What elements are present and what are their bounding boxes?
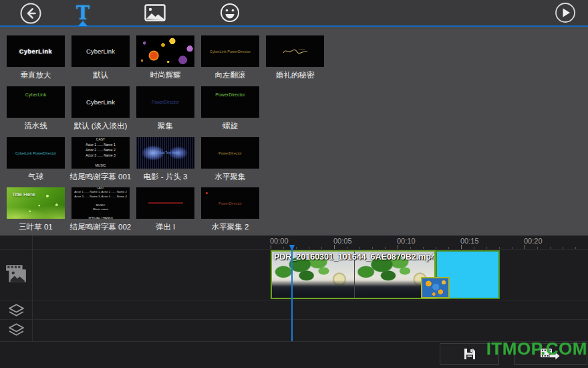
- produce-video-icon: [540, 346, 561, 362]
- template-thumbnail: [266, 35, 324, 67]
- tab-media[interactable]: [135, 0, 175, 25]
- template-thumbnail: PowerDirector: [136, 86, 194, 118]
- track-divider: [0, 300, 588, 300]
- template-label: 时尚辉耀: [150, 70, 181, 80]
- faint-red-text: [148, 202, 183, 205]
- layers-icon: [7, 323, 25, 337]
- tab-sticker[interactable]: [210, 0, 250, 25]
- template-label: 默认: [93, 70, 108, 80]
- template-thumbnail: CyberLink: [7, 35, 65, 67]
- smiley-icon: [220, 3, 240, 23]
- template-item[interactable]: CyberLink垂直放大: [7, 35, 65, 67]
- template-label: 水平聚集: [215, 172, 246, 182]
- thumbnail-text: CyberLink: [19, 48, 52, 55]
- template-item[interactable]: CyberLink PowerDirector向左翻滚: [201, 35, 259, 67]
- clip-thumbnail-overlay: [421, 277, 450, 298]
- thumbnail-text: Title Here: [12, 191, 35, 197]
- video-clip[interactable]: PDR_20160301_101644_6AE0879B2.mp4: [271, 250, 436, 299]
- thumbnail-text: PowerDirector: [218, 201, 242, 205]
- template-label: 默认 (淡入淡出): [74, 121, 128, 131]
- template-label: 结尾鸣谢字幕 002: [70, 222, 131, 232]
- photo-icon: [144, 4, 166, 21]
- template-label: 婚礼的秘密: [276, 70, 315, 80]
- template-label: 垂直放大: [21, 70, 51, 80]
- template-item[interactable]: PowerDirector水平聚集 2: [201, 187, 259, 219]
- save-floppy-icon: [462, 347, 477, 361]
- ruler-label: 00:20: [524, 237, 543, 245]
- template-thumbnail: Title Here: [7, 187, 65, 219]
- video-track-button[interactable]: [3, 264, 29, 285]
- back-button[interactable]: [19, 2, 42, 25]
- template-item[interactable]: CAST Actor 1 ...... Name 1 Actor 2 .....…: [71, 137, 130, 169]
- red-dot: [206, 192, 208, 194]
- powerdirector-app: T CyberLink垂直放大CyberLin: [0, 0, 588, 368]
- media-track-icon: [5, 264, 27, 285]
- template-item[interactable]: CyberLink默认 (淡入淡出): [71, 86, 130, 118]
- template-thumbnail: [136, 187, 194, 219]
- template-label: 聚集: [158, 121, 173, 131]
- top-toolbar: T: [0, 0, 588, 27]
- template-label: 向左翻滚: [215, 70, 246, 80]
- thumbnail-text: CAST Actor 1 ...... Name 1, Actor 2 ....…: [74, 187, 127, 219]
- template-item[interactable]: 时尚辉耀: [136, 35, 194, 67]
- thumbnail-text: CyberLink: [86, 98, 115, 106]
- templates-panel: CyberLink垂直放大CyberLink默认时尚辉耀CyberLink Po…: [0, 27, 588, 236]
- play-icon: [555, 2, 576, 23]
- thumbnail-text: Add Your Text Here: [152, 151, 178, 155]
- template-thumbnail: [136, 35, 194, 67]
- text-titles-icon: T: [76, 4, 90, 22]
- ruler-label: 00:00: [270, 237, 289, 245]
- template-label: 电影 - 片头 3: [144, 172, 188, 182]
- template-thumbnail: CyberLink: [71, 35, 130, 67]
- active-tab-pointer: [78, 21, 88, 26]
- template-item[interactable]: PowerDirector螺旋: [201, 86, 259, 118]
- template-thumbnail: PowerDirector: [201, 187, 259, 219]
- template-thumbnail: CyberLink PowerDirector: [201, 35, 259, 67]
- thumbnail-text: PowerDirector: [215, 92, 245, 97]
- template-item[interactable]: CyberLink流水线: [7, 86, 65, 118]
- template-item[interactable]: 弹出 I: [136, 187, 194, 219]
- overlay-track-2-button[interactable]: [3, 323, 29, 337]
- thumbnail-text: PowerDirector: [218, 151, 242, 155]
- template-item[interactable]: PowerDirector水平聚集: [201, 137, 259, 169]
- back-arrow-icon: [19, 2, 42, 25]
- template-thumbnail: Add Your Text Here: [136, 137, 194, 169]
- track-divider: [0, 341, 588, 342]
- script-signature-icon: [281, 47, 309, 56]
- thumbnail-text: CyberLink PowerDirector: [210, 50, 251, 54]
- save-button[interactable]: [440, 343, 499, 365]
- clip-filename: PDR_20160301_101644_6AE0879B2.mp4: [274, 252, 436, 262]
- template-item[interactable]: Title Here三叶草 01: [7, 187, 65, 219]
- ruler-label: 00:10: [397, 237, 416, 245]
- ruler-label: 00:05: [333, 237, 352, 245]
- layers-icon: [7, 304, 25, 318]
- template-label: 弹出 I: [156, 222, 175, 232]
- template-item[interactable]: CyberLink默认: [71, 35, 130, 67]
- template-label: 气球: [28, 172, 43, 182]
- template-label: 水平聚集 2: [212, 222, 249, 232]
- play-button[interactable]: [555, 2, 577, 25]
- template-label: 流水线: [24, 121, 47, 131]
- template-item[interactable]: Add Your Text Here电影 - 片头 3: [136, 137, 194, 169]
- template-thumbnail: CyberLink: [7, 86, 65, 118]
- template-item[interactable]: 婚礼的秘密: [266, 35, 324, 67]
- template-label: 结尾鸣谢字幕 001: [70, 172, 131, 182]
- template-label: 三叶草 01: [19, 222, 53, 232]
- overlay-track-1-button[interactable]: [3, 304, 29, 318]
- thumbnail-text: CAST Actor 1 ...... Name 1 Actor 2 .....…: [86, 137, 115, 169]
- playhead[interactable]: [291, 245, 293, 341]
- template-thumbnail: CyberLink: [71, 86, 130, 118]
- thumbnail-text: CyberLink PowerDirector: [15, 151, 56, 155]
- template-label: 螺旋: [223, 121, 238, 131]
- template-item[interactable]: PowerDirector聚集: [136, 86, 194, 118]
- ruler-label: 00:15: [460, 237, 479, 245]
- thumbnail-text: CyberLink: [25, 92, 47, 97]
- template-thumbnail: CAST Actor 1 ...... Name 1, Actor 2 ....…: [71, 187, 130, 219]
- template-item[interactable]: CAST Actor 1 ...... Name 1, Actor 2 ....…: [71, 187, 130, 219]
- template-item[interactable]: CyberLink PowerDirector气球: [7, 137, 65, 169]
- thumbnail-text: CyberLink: [86, 48, 115, 55]
- template-thumbnail: PowerDirector: [201, 137, 259, 169]
- produce-export-button[interactable]: [514, 343, 587, 365]
- track-divider: [0, 249, 588, 250]
- track-divider: [0, 319, 588, 320]
